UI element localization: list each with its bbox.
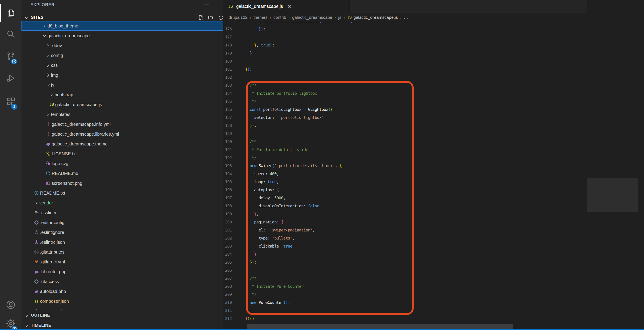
tree-item-label: .eslintrc.json [40,240,65,245]
tree-item--editorconfig[interactable]: .editorconfig [22,218,223,227]
js-icon: JS [348,15,352,19]
code-line-176: 176}); [223,25,586,33]
tree-item-galactic-dreamscape-libraries-yml[interactable]: !galactic_dreamscape.libraries.yml [22,129,223,139]
activity-source-control-button[interactable] [0,46,22,67]
chevron-right-icon [49,92,54,97]
tree-item-galactic-dreamscape[interactable]: galactic_dreamscape [22,31,223,41]
breadcrumb-item[interactable]: galactic_dreamscape.js [354,15,398,20]
breadcrumb-item[interactable]: galactic_dreamscape [292,15,332,20]
chevron-right-icon: › [288,15,290,20]
tree-item-vendor[interactable]: vendor [22,198,223,208]
activity-run-debug-button[interactable] [0,67,22,89]
activity-explorer-button[interactable] [0,2,22,24]
tree-item-img[interactable]: img [22,70,223,80]
panel-header-timeline[interactable]: TIMELINE [22,320,223,330]
breadcrumb-item[interactable]: contrib [273,15,286,20]
activity-search-button[interactable] [0,23,22,45]
tree-item-bootstrap[interactable]: bootstrap [22,90,223,100]
tree-item-galactic-dreamscape-theme[interactable]: galactic_dreamscape.theme [22,139,223,149]
tree-item-label: README.md [52,171,78,176]
tree-item-js[interactable]: js [22,80,223,90]
tree-item--eslintignore[interactable]: .eslintignore [22,227,223,237]
sidebar-more-actions-button[interactable]: ··· [203,0,210,7]
tree-item-screenshot-png[interactable]: screenshot.png [22,178,223,188]
tree-item--htaccess[interactable]: .htaccess [22,277,223,286]
line-number: 193 [223,162,232,170]
line-number: 177 [223,33,232,41]
chevron-right-icon [46,63,50,68]
chevron-right-icon: › [400,15,402,20]
panel-label: TIMELINE [31,323,51,328]
php-icon [46,141,50,147]
tree-item--eslintrc-json[interactable]: .eslintrc.json [22,237,223,247]
line-number: 204 [223,250,232,258]
info-icon [46,171,50,176]
tree-item--csslintrc[interactable]: .csslintrc [22,208,223,218]
tree-item-templates[interactable]: templates [22,110,223,119]
tree-item--ddev[interactable]: .ddev [22,41,223,50]
line-number: 190 [223,138,232,146]
close-icon[interactable]: × [288,3,291,9]
tree-item-galactic-dreamscape-js[interactable]: JSgalactic_dreamscape.js [22,100,223,110]
tree-item--gitattributes[interactable]: .gitattributes [22,247,223,257]
chevron-right-icon: › [270,15,271,20]
chevron-right-icon [34,200,39,205]
panel-header-outline[interactable]: OUTLINE [22,310,223,320]
new-file-button[interactable] [198,14,204,21]
line-number: 184 [223,89,232,97]
tree-item-galactic-dreamscape-info-yml[interactable]: !galactic_dreamscape.info.yml [22,119,223,129]
annotation-highlight-box [246,81,414,315]
search-icon [6,29,16,39]
vertical-scrollbar-gutter[interactable] [638,0,644,330]
tree-item-label: .csslintrc [40,210,58,215]
tree-item-label: logo.svg [52,161,68,166]
line-number: 195 [223,178,232,186]
line-number: 181 [223,65,232,73]
code-line-182: 182 [223,73,586,81]
tree-item-label: galactic_dreamscape [48,33,90,38]
activity-extensions-button[interactable]: 1 [0,91,22,112]
tree-item-readme-txt[interactable]: README.txt [22,188,223,198]
activity-settings-button[interactable] [0,313,22,330]
minimap[interactable] [587,0,638,330]
line-number: 194 [223,170,232,178]
vscode-window: 1 EXPLORER ··· SITES d8_blog_themegalact… [0,0,644,330]
line-number: 191 [223,146,232,154]
sites-section-header[interactable]: SITES [22,14,223,21]
tree-item-composer-json[interactable]: {}composer.jsonM [22,296,223,306]
line-number: 192 [223,154,232,162]
tree-item-label: .htaccess [40,279,59,284]
yaml-icon: ! [46,122,50,127]
breadcrumb-item[interactable]: … [404,15,408,20]
gitlab-icon [34,259,39,265]
tree-item-label: .gitlab-ci.yml [40,259,65,265]
tree-item-label: d8_blog_theme [48,23,78,29]
line-number: 199 [223,210,232,218]
tree-item-license-txt[interactable]: LICENSE.txt [22,149,223,159]
tree-item-d8-blog-theme[interactable]: d8_blog_theme [22,21,223,31]
files-icon [6,8,16,18]
tree-item-label: vendor [39,200,53,205]
new-folder-button[interactable] [208,14,214,21]
tab-galactic-dreamscape-js[interactable]: JS galactic_dreamscape.js × [223,0,350,13]
line-number: 180 [223,57,232,65]
tree-item-label: composer.json [40,299,69,304]
chevron-right-icon [46,43,50,48]
chevron-right-icon: › [250,15,252,20]
breadcrumb-item[interactable]: js [338,15,341,20]
tree-item-logo-svg[interactable]: logo.svg [22,159,223,168]
line-number: 183 [223,81,232,89]
line-number: 201 [223,226,232,234]
refresh-button[interactable] [218,14,223,21]
minimap-slider[interactable] [587,178,638,212]
tree-item-autoload-php[interactable]: autoload.php [22,286,223,296]
tree-item--ht-router-php[interactable]: .ht.router.php [22,267,223,277]
tree-item-config[interactable]: config [22,50,223,60]
tree-item-css[interactable]: css [22,60,223,70]
breadcrumb-item[interactable]: themes [254,15,267,20]
line-number: 187 [223,114,232,122]
breadcrumb-item[interactable]: drupal102 [228,15,248,20]
tree-item-readme-md[interactable]: README.md [22,168,223,178]
activity-account-button[interactable] [0,294,22,316]
tree-item--gitlab-ci-yml[interactable]: .gitlab-ci.yml [22,257,223,267]
